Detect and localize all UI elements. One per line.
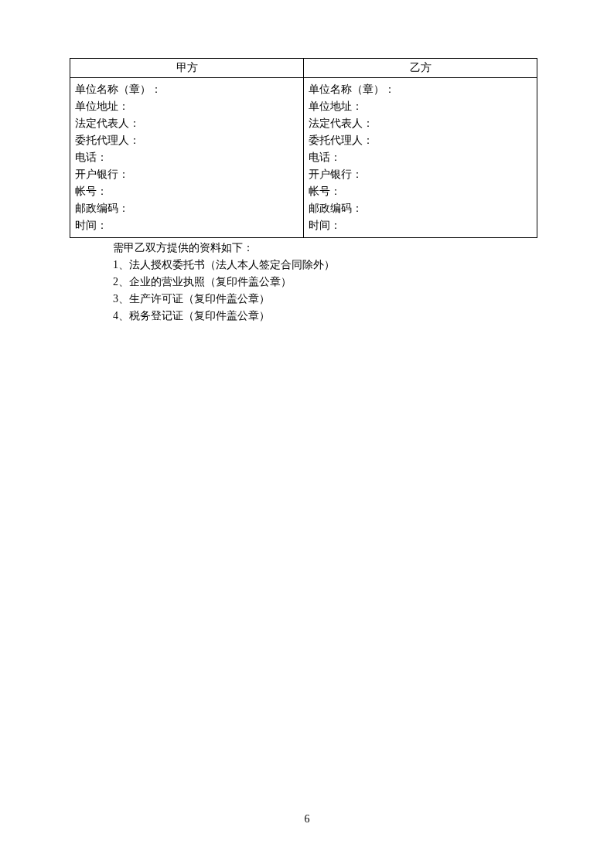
field-legal-rep: 法定代表人： [75, 115, 298, 132]
materials-item-1: 1、法人授权委托书（法人本人签定合同除外） [113, 257, 544, 274]
field-agent: 委托代理人： [75, 132, 298, 149]
field-account: 帐号： [309, 183, 532, 200]
materials-item-2: 2、企业的营业执照（复印件盖公章） [113, 274, 544, 291]
party-b-fields: 单位名称（章）： 单位地址： 法定代表人： 委托代理人： 电话： 开户银行： 帐… [304, 78, 537, 238]
field-phone: 电话： [75, 149, 298, 166]
document-page: 甲方 乙方 单位名称（章）： 单位地址： 法定代表人： 委托代理人： 电话： 开… [0, 0, 614, 371]
materials-title: 需甲乙双方提供的资料如下： [113, 240, 544, 257]
field-account: 帐号： [75, 183, 298, 200]
header-party-b: 乙方 [304, 59, 537, 78]
field-phone: 电话： [309, 149, 532, 166]
materials-item-4: 4、税务登记证（复印件盖公章） [113, 308, 544, 325]
materials-item-3: 3、生产许可证（复印件盖公章） [113, 291, 544, 308]
materials-list: 需甲乙双方提供的资料如下： 1、法人授权委托书（法人本人签定合同除外） 2、企业… [113, 240, 544, 325]
party-info-table: 甲方 乙方 单位名称（章）： 单位地址： 法定代表人： 委托代理人： 电话： 开… [70, 58, 537, 238]
field-unit-name: 单位名称（章）： [75, 81, 298, 98]
field-postcode: 邮政编码： [75, 200, 298, 217]
field-unit-address: 单位地址： [309, 98, 532, 115]
field-bank: 开户银行： [309, 166, 532, 183]
field-agent: 委托代理人： [309, 132, 532, 149]
field-bank: 开户银行： [75, 166, 298, 183]
page-number: 6 [0, 813, 614, 825]
field-time: 时间： [309, 217, 532, 234]
party-a-fields: 单位名称（章）： 单位地址： 法定代表人： 委托代理人： 电话： 开户银行： 帐… [70, 78, 304, 238]
field-postcode: 邮政编码： [309, 200, 532, 217]
header-party-a: 甲方 [70, 59, 304, 78]
field-legal-rep: 法定代表人： [309, 115, 532, 132]
field-unit-address: 单位地址： [75, 98, 298, 115]
field-time: 时间： [75, 217, 298, 234]
field-unit-name: 单位名称（章）： [309, 81, 532, 98]
